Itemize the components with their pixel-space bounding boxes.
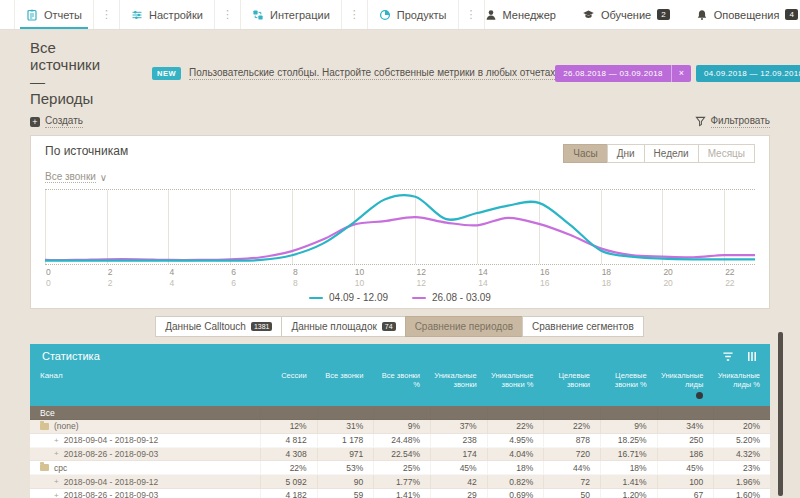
table-row-(none)[interactable]: (none)12%31%9%37%22%22%9%34%20% xyxy=(30,420,770,434)
channel-cell[interactable]: (none) xyxy=(30,420,260,433)
chart-line-26.08 - 03.09 xyxy=(45,217,755,260)
x-axis-tick-label: 0 xyxy=(46,267,51,277)
metric-selector-dropdown[interactable]: Все звонки ∨ xyxy=(45,170,107,184)
period-pill-previous[interactable]: 26.08.2018 — 03.09.2018 × xyxy=(555,65,691,82)
period-pill-current[interactable]: 04.09.2018 — 12.09.2018 xyxy=(696,65,800,82)
tab-segment-comparison[interactable]: Сравнение сегментов xyxy=(522,316,644,337)
column-header-label: Целевые звонки % xyxy=(615,371,647,389)
value-cell: 45% xyxy=(657,461,714,474)
filter-button[interactable]: Фильтровать xyxy=(695,115,771,128)
x-axis-tick-label: 4 xyxy=(169,278,174,288)
column-header[interactable]: Уникальные лиды xyxy=(657,369,714,401)
column-header[interactable]: Уникальные звонки xyxy=(430,369,487,401)
tab-menu-dots-icon[interactable]: ⋮ xyxy=(93,0,119,29)
tab-period-comparison[interactable]: Сравнение периодов xyxy=(405,316,523,337)
column-header-label: Канал xyxy=(40,371,63,380)
column-header[interactable]: Уникальные лиды % xyxy=(713,369,770,401)
expand-plus-icon[interactable]: + xyxy=(54,491,59,498)
period-pills: 26.08.2018 — 03.09.2018 × 04.09.2018 — 1… xyxy=(555,65,800,82)
close-icon[interactable]: × xyxy=(671,65,691,82)
nav-tab-reports[interactable]: Отчеты ⋮ xyxy=(14,0,120,29)
column-header[interactable]: Уникальные звонки % xyxy=(487,369,544,401)
column-header[interactable]: Целевые звонки % xyxy=(600,369,657,401)
value-cell: 45% xyxy=(430,461,487,474)
value-cell: 34% xyxy=(657,420,714,433)
table-row-total[interactable]: Все xyxy=(30,406,770,420)
column-header[interactable]: Сессии xyxy=(260,369,317,401)
channel-label: Все xyxy=(40,408,55,418)
x-axis-tick-label: 12 xyxy=(416,278,425,288)
legend-item-previous[interactable]: 26.08 - 03.09 xyxy=(412,292,491,303)
tab-platform-data[interactable]: Данные площадок 74 xyxy=(281,316,405,337)
granularity-weeks-button[interactable]: Недели xyxy=(644,144,699,163)
nav-tab-reports-button[interactable]: Отчеты xyxy=(15,0,93,29)
notifications-button[interactable]: Оповещения 4 xyxy=(696,9,798,21)
value-cell xyxy=(713,406,770,419)
info-icon[interactable] xyxy=(696,392,703,399)
create-button[interactable]: + Создать xyxy=(30,115,83,128)
table-row-2018-08-26 - 2018-09-03[interactable]: +2018-08-26 - 2018-09-034 182591.41%290.… xyxy=(30,489,770,498)
granularity-hours-button[interactable]: Часы xyxy=(563,144,607,163)
value-cell: 1 178 xyxy=(317,434,374,447)
tab-label: Сравнение сегментов xyxy=(532,321,634,332)
nav-tab-settings-button[interactable]: Настройки xyxy=(120,0,214,29)
legend-item-current[interactable]: 04.09 - 12.09 xyxy=(309,292,388,303)
value-cell: 9% xyxy=(600,420,657,433)
nav-tab-products-button[interactable]: Продукты xyxy=(368,0,458,29)
expand-plus-icon[interactable]: + xyxy=(54,449,59,458)
column-header[interactable]: Целевые звонки xyxy=(543,369,600,401)
tab-menu-dots-icon[interactable]: ⋮ xyxy=(341,0,367,29)
value-cell xyxy=(260,406,317,419)
channel-label: 2018-09-04 - 2018-09-12 xyxy=(64,477,159,487)
expand-plus-icon[interactable]: + xyxy=(54,477,59,486)
line-chart-plot[interactable] xyxy=(45,189,755,265)
column-header[interactable]: Все звонки % xyxy=(373,369,430,401)
table-scrollbar[interactable] xyxy=(778,332,783,496)
channel-cell: +2018-09-04 - 2018-09-12 xyxy=(30,434,260,447)
filter-bars-icon[interactable] xyxy=(722,351,734,362)
value-cell: 4.95% xyxy=(487,434,544,447)
education-button[interactable]: Обучение 2 xyxy=(582,9,670,21)
nav-tab-integrations[interactable]: Интеграции ⋮ xyxy=(241,0,368,29)
tab-label: Данные площадок xyxy=(291,321,376,332)
custom-columns-announcement-link[interactable]: Пользовательские столбцы. Настройте собс… xyxy=(189,67,555,80)
table-row-2018-08-26 - 2018-09-03[interactable]: +2018-08-26 - 2018-09-034 30897122.54%17… xyxy=(30,448,770,462)
nav-tab-settings[interactable]: Настройки ⋮ xyxy=(120,0,241,29)
value-cell: 22.54% xyxy=(373,448,430,461)
products-icon xyxy=(379,9,391,21)
table-row-2018-09-04 - 2018-09-12[interactable]: +2018-09-04 - 2018-09-125 092901.77%420.… xyxy=(30,475,770,489)
x-axis-tick-label: 16 xyxy=(540,267,549,277)
channel-cell[interactable]: cpc xyxy=(30,461,260,474)
value-cell: 1.41% xyxy=(373,489,430,498)
granularity-days-button[interactable]: Дни xyxy=(607,144,645,163)
column-header[interactable]: Канал xyxy=(30,369,260,401)
chart-card: По источникам Часы Дни Недели Месяцы Все… xyxy=(30,135,770,309)
x-axis-labels-period-current: 0246810121416182022 xyxy=(45,267,755,278)
value-cell xyxy=(600,406,657,419)
expand-plus-icon[interactable]: + xyxy=(54,436,59,445)
value-cell: 100 xyxy=(657,475,714,488)
folder-icon xyxy=(40,423,49,430)
column-header[interactable]: Все звонки xyxy=(317,369,374,401)
x-axis-tick-label: 22 xyxy=(725,278,734,288)
navbar-right: Менеджер Обучение 2 Оповещения 4 xyxy=(485,0,800,29)
table-row-2018-09-04 - 2018-09-12[interactable]: +2018-09-04 - 2018-09-124 8121 17824.48%… xyxy=(30,434,770,448)
nav-tab-integrations-button[interactable]: Интеграции xyxy=(241,0,341,29)
nav-tab-products[interactable]: Продукты ⋮ xyxy=(368,0,485,29)
value-cell: 5 092 xyxy=(260,475,317,488)
channel-label: cpc xyxy=(54,463,67,473)
tab-calltouch-data[interactable]: Данные Calltouch 1381 xyxy=(155,316,282,337)
columns-icon[interactable] xyxy=(746,351,758,362)
table-row-cpc[interactable]: cpc22%53%25%45%18%44%18%45%23% xyxy=(30,461,770,475)
channel-label: (none) xyxy=(54,421,79,431)
manager-button[interactable]: Менеджер xyxy=(485,9,556,21)
value-cell: 1.20% xyxy=(600,489,657,498)
tab-menu-dots-icon[interactable]: ⋮ xyxy=(214,0,240,29)
chart-series-svg xyxy=(45,190,755,264)
x-axis-tick-label: 6 xyxy=(231,278,236,288)
column-header-label: Все звонки xyxy=(325,371,363,380)
tab-menu-dots-icon[interactable]: ⋮ xyxy=(458,0,484,29)
value-cell: 1.60% xyxy=(713,489,770,498)
x-axis-tick-label: 20 xyxy=(663,267,672,277)
granularity-months-button[interactable]: Месяцы xyxy=(698,144,755,163)
